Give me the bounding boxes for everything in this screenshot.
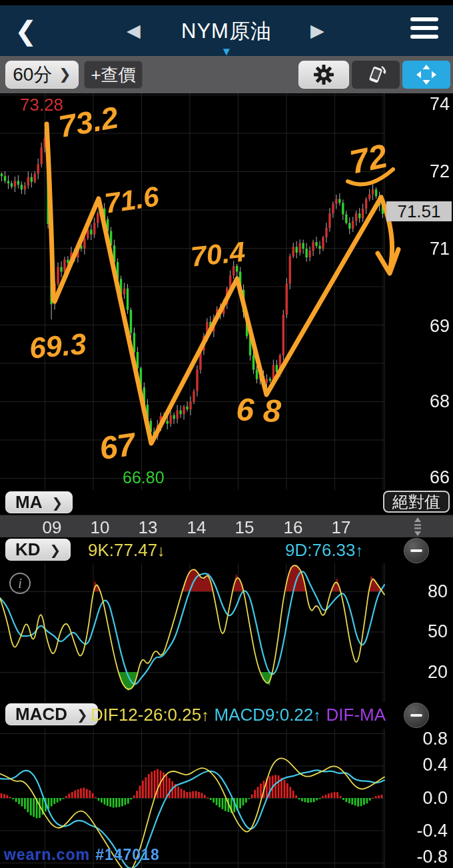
x-axis-tick: 14 xyxy=(187,517,207,538)
macd-up-arrow-icon: ↑ xyxy=(313,706,321,724)
gear-icon xyxy=(313,64,334,85)
macd-tick: 0.8 xyxy=(394,729,448,749)
chevron-right-icon: ❯ xyxy=(50,542,61,558)
x-axis-tick: 15 xyxy=(235,517,254,538)
kd-header: KD ❯ 9K:77.47↓ 9D:76.33↑ xyxy=(0,537,453,563)
collapse-kd-button[interactable] xyxy=(404,538,429,563)
kd-d-value: 9D:76.33↑ xyxy=(285,540,364,561)
chevron-right-icon: ❯ xyxy=(59,66,71,83)
ma-label: MA xyxy=(15,492,42,513)
x-axis-tick: 10 xyxy=(91,517,110,538)
pan-mode-button[interactable] xyxy=(402,61,450,89)
annotation-70-4: 70.4 xyxy=(189,235,246,273)
x-axis-tick: 16 xyxy=(284,517,303,538)
macd-tick: -0.8 xyxy=(394,847,448,867)
minus-icon xyxy=(410,714,422,717)
nav-bar: ❮ ◀ NYM原油 ▶ ▼ xyxy=(0,5,453,56)
annotation-68: 68 xyxy=(235,391,291,430)
kd-chart-panel[interactable]: i 80 50 20 xyxy=(0,563,453,702)
watermark-id: #147018 xyxy=(95,846,160,863)
y-axis-tick-74: 74 xyxy=(403,94,450,115)
rotate-screen-button[interactable] xyxy=(352,61,400,89)
y-axis-tick-72: 72 xyxy=(403,161,450,182)
difma-label: DIF-MA xyxy=(326,705,386,725)
timeframe-button[interactable]: 60分 ❯ xyxy=(5,61,79,89)
watermark-site: wearn.com xyxy=(4,846,90,863)
annotation-69-3: 69.3 xyxy=(28,327,88,365)
info-icon[interactable]: i xyxy=(9,573,31,594)
add-quote-button[interactable]: +查價 xyxy=(84,61,143,89)
price-chart-panel[interactable]: 73.28 66.80 73.2 71.6 69.3 67 70.4 68 72… xyxy=(0,93,453,490)
app-screen: ❮ ◀ NYM原油 ▶ ▼ 60分 ❯ +查價 xyxy=(0,0,453,868)
minus-icon xyxy=(410,549,422,552)
move-arrows-icon xyxy=(414,64,438,85)
collapse-macd-button[interactable] xyxy=(404,703,429,728)
timeframe-label: 60分 xyxy=(13,62,52,87)
next-symbol-icon[interactable]: ▶ xyxy=(310,20,324,41)
kd-tick-50: 50 xyxy=(394,621,448,642)
time-axis-strip: 09 10 13 14 15 16 17 xyxy=(0,515,453,537)
macd-settings-button[interactable]: MACD ❯ xyxy=(5,703,98,725)
absolute-value-button[interactable]: 絕對值 xyxy=(383,491,450,513)
kd-tick-80: 80 xyxy=(394,581,448,602)
last-price-tag: 71.51 xyxy=(386,201,452,221)
y-axis-tick-68: 68 xyxy=(403,391,450,412)
ma-row: MA ❯ 絕對值 xyxy=(0,490,453,515)
rotate-screen-icon xyxy=(364,63,388,86)
panel-resize-handle-icon[interactable] xyxy=(411,517,424,537)
macd-tick: 0.0 xyxy=(394,788,448,809)
y-axis-tick-66: 66 xyxy=(403,467,450,488)
settings-button[interactable] xyxy=(298,61,349,89)
x-axis-tick: 17 xyxy=(332,517,351,538)
macd-tick: 0.4 xyxy=(394,755,448,775)
kd-settings-button[interactable]: KD ❯ xyxy=(5,539,71,561)
x-axis-tick: 09 xyxy=(43,517,62,538)
page-title: NYM原油 xyxy=(0,17,453,45)
menu-icon[interactable] xyxy=(410,17,438,39)
kd-k-value: 9K:77.47↓ xyxy=(88,540,165,561)
ma-settings-button[interactable]: MA ❯ xyxy=(5,491,73,513)
macd-header: MACD ❯ DIF12-26:0.25↑ MACD9:0.22↑ DIF-MA xyxy=(0,702,453,729)
chevron-right-icon: ❯ xyxy=(77,707,88,723)
macd-values: DIF12-26:0.25↑ MACD9:0.22↑ DIF-MA xyxy=(91,705,397,725)
k-down-arrow-icon: ↓ xyxy=(157,541,165,559)
dif-up-arrow-icon: ↑ xyxy=(201,706,209,724)
chart-toolbar: 60分 ❯ +查價 xyxy=(0,56,453,93)
macd-chart-panel[interactable]: 0.8 0.4 0.0 -0.4 -0.8 wearn.com#147018 xyxy=(0,729,453,868)
session-low-label: 66.80 xyxy=(123,468,165,487)
status-bar-gap xyxy=(0,0,453,5)
x-axis-tick: 13 xyxy=(139,517,158,538)
annotation-72: 72 xyxy=(346,136,390,181)
watermark: wearn.com#147018 xyxy=(4,846,160,864)
kd-tick-20: 20 xyxy=(394,662,448,683)
macd-tick: -0.4 xyxy=(394,821,448,841)
macd-label: MACD xyxy=(15,704,67,725)
annotation-67: 67 xyxy=(97,426,138,467)
y-axis-tick-69: 69 xyxy=(403,316,450,337)
kd-canvas[interactable] xyxy=(0,563,453,702)
kd-label: KD xyxy=(15,539,41,560)
d-up-arrow-icon: ↑ xyxy=(356,541,364,559)
y-axis-tick-71: 71 xyxy=(403,239,450,259)
chevron-right-icon: ❯ xyxy=(51,495,63,511)
